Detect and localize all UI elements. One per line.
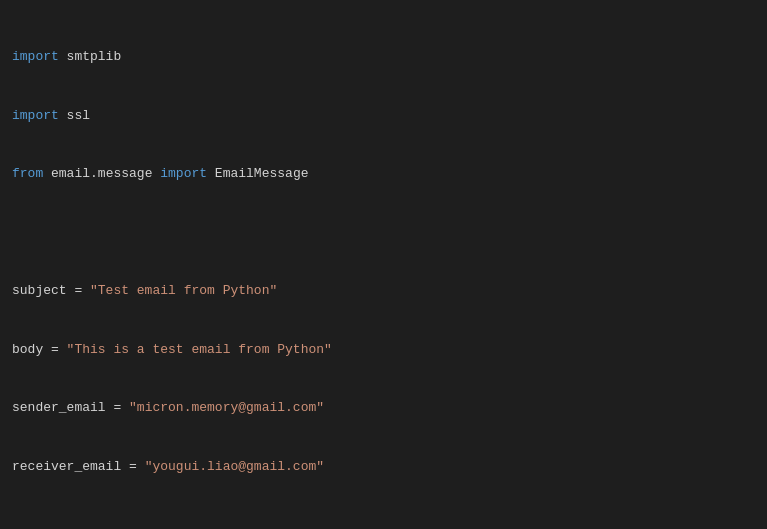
line-7: sender_email = "micron.memory@gmail.com" <box>12 398 755 418</box>
line-9 <box>12 515 755 529</box>
line-6: body = "This is a test email from Python… <box>12 340 755 360</box>
line-2: import ssl <box>12 106 755 126</box>
line-1: import smtplib <box>12 47 755 67</box>
line-8: receiver_email = "yougui.liao@gmail.com" <box>12 457 755 477</box>
code-editor: import smtplib import ssl from email.mes… <box>12 8 755 529</box>
line-4 <box>12 223 755 243</box>
line-3: from email.message import EmailMessage <box>12 164 755 184</box>
line-5: subject = "Test email from Python" <box>12 281 755 301</box>
